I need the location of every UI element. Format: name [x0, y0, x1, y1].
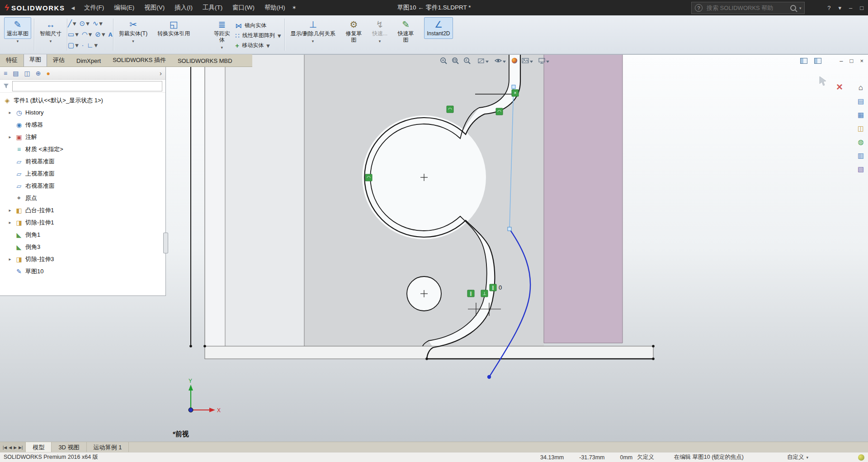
expand-button[interactable]: ▾ [838, 5, 841, 11]
linear-pattern-button[interactable]: 线性草图阵列 [235, 32, 281, 40]
menu-insert[interactable]: 插入(I) [170, 1, 198, 14]
trim-entities-button[interactable]: 剪裁实体(T) [116, 17, 150, 39]
convert-entities-button[interactable]: 转换实体引用 [155, 17, 193, 39]
section-dropdown-icon[interactable] [486, 61, 489, 63]
rectangle-tool-button[interactable] [68, 31, 79, 38]
relation-badge[interactable]: × [512, 90, 519, 96]
tree-item-cut-extrude1[interactable]: 切除-拉伸1 [0, 216, 165, 229]
maximize-button[interactable]: □ [860, 5, 863, 11]
relation-badge[interactable]: ⊥ [481, 290, 488, 297]
spline-endpoint[interactable] [487, 375, 491, 379]
tree-item-front-plane[interactable]: 前视基准面 [0, 155, 165, 167]
tree-item-chamfer3[interactable]: 倒角3 [0, 241, 165, 253]
zoom-to-area-icon[interactable] [453, 58, 458, 64]
tab-features[interactable]: 特征 [0, 54, 24, 67]
exit-sketch-button[interactable]: 退出草图 [4, 17, 31, 39]
relation-badge[interactable]: ∥ [467, 290, 474, 297]
expand-arrow-icon[interactable] [7, 134, 13, 139]
spline-handle-mid[interactable] [508, 227, 511, 231]
feature-tree-tab-icon[interactable] [4, 70, 7, 77]
panel-expand-chevron[interactable]: › [160, 69, 162, 77]
tab-evaluate[interactable]: 评估 [47, 54, 71, 67]
property-manager-tab-icon[interactable] [13, 70, 19, 77]
quick-snaps-button[interactable]: 快速... [369, 17, 390, 39]
menu-edit[interactable]: 编辑(E) [109, 1, 139, 14]
edit-appearance-icon[interactable] [512, 58, 517, 63]
menu-collapse-icon[interactable]: ◀ [71, 5, 75, 10]
tab-addins[interactable]: SOLIDWORKS 插件 [107, 54, 172, 67]
tab-sketch[interactable]: 草图 [24, 53, 47, 67]
slot-tool-button[interactable] [68, 42, 79, 49]
view-palette-icon[interactable] [858, 125, 864, 132]
viewport-restore-button[interactable]: □ [850, 57, 854, 64]
last-tab-button[interactable]: ▶| [19, 445, 23, 450]
panel-splitter-handle[interactable] [163, 233, 168, 253]
tree-item-history[interactable]: History [0, 106, 165, 119]
search-caret-icon[interactable]: ▾ [799, 6, 802, 10]
smart-dimension-dropdown[interactable] [50, 39, 52, 43]
quick-snaps-dropdown[interactable] [379, 39, 381, 43]
configuration-manager-tab-icon[interactable] [24, 70, 30, 77]
circle-tool-button[interactable] [80, 20, 90, 27]
scene-dropdown-icon[interactable] [530, 61, 533, 63]
hide-show-items-icon[interactable] [495, 59, 501, 62]
help-button[interactable]: ? [827, 5, 830, 11]
help-search[interactable]: ? ▾ [691, 2, 805, 14]
ellipse-tool-button[interactable] [95, 31, 105, 38]
exit-sketch-dropdown[interactable] [17, 39, 19, 43]
split-pane-icon[interactable] [800, 58, 807, 64]
viewport-minimize-button[interactable]: – [840, 57, 843, 64]
minimize-button[interactable]: – [849, 5, 852, 11]
prev-tab-button[interactable]: ◀ [9, 445, 12, 450]
relation-badge[interactable]: ◠ [447, 106, 453, 113]
relation-badge[interactable]: ∥ [490, 284, 496, 291]
units-dropdown-icon[interactable]: ▾ [806, 455, 808, 460]
tree-root[interactable]: 零件1 (默认<<默认>_显示状态 1>) [0, 94, 165, 106]
appearances-icon[interactable] [858, 138, 863, 146]
trim-dropdown[interactable] [132, 39, 134, 43]
menu-tools[interactable]: 工具(T) [198, 1, 227, 14]
tree-item-right-plane[interactable]: 右视基准面 [0, 180, 165, 192]
move-entities-button[interactable]: 移动实体 [235, 42, 281, 50]
repair-sketch-button[interactable]: 修复草图 [343, 17, 365, 45]
custom-units-selector[interactable]: 自定义 ▾ [787, 453, 808, 461]
display-delete-relations-button[interactable]: 显示/删除几何关系 [288, 17, 338, 39]
search-icon[interactable] [790, 5, 796, 11]
zoom-to-fit-icon[interactable] [441, 58, 447, 64]
tab-motion-study[interactable]: 运动算例 1 [87, 442, 129, 452]
viewport-close-button[interactable]: × [860, 57, 863, 64]
file-explorer-icon[interactable] [858, 111, 864, 119]
mirror-entities-button[interactable]: 镜向实体 [235, 22, 281, 30]
tree-item-top-plane[interactable]: 上视基准面 [0, 167, 165, 180]
menu-help[interactable]: 帮助(H) [259, 1, 290, 14]
tree-item-cut-extrude3[interactable]: 切除-拉伸3 [0, 253, 165, 265]
rapid-sketch-button[interactable]: 快速草图 [395, 17, 417, 45]
tree-item-sensors[interactable]: 传感器 [0, 119, 165, 131]
arc-tool-button[interactable] [82, 31, 92, 38]
tree-item-annotations[interactable]: 注解 [0, 131, 165, 143]
previous-view-icon[interactable] [464, 58, 470, 64]
offset-dropdown[interactable] [221, 45, 223, 50]
text-tool-button[interactable] [108, 31, 112, 38]
tree-item-boss-extrude1[interactable]: 凸台-拉伸1 [0, 204, 165, 216]
search-input[interactable] [706, 4, 787, 12]
expand-arrow-icon[interactable] [7, 208, 13, 213]
design-library-icon[interactable] [858, 98, 864, 105]
tree-item-sketch10[interactable]: 草图10 [0, 265, 165, 277]
part-faces[interactable] [205, 55, 653, 359]
display-manager-tab-icon[interactable] [46, 70, 50, 77]
dimension-value[interactable]: 0 [499, 284, 502, 291]
point-tool-button[interactable] [82, 42, 84, 49]
menu-window[interactable]: 窗口(W) [227, 1, 259, 14]
smart-dimension-button[interactable]: 智能尺寸 [37, 17, 64, 39]
expand-arrow-icon[interactable] [7, 110, 13, 115]
offset-entities-button[interactable]: 等距实体 [211, 17, 233, 45]
globe-status-icon[interactable] [858, 454, 864, 461]
instant2d-button[interactable]: Instant2D [424, 17, 453, 39]
tab-model[interactable]: 模型 [26, 442, 52, 452]
apply-scene-icon[interactable] [522, 58, 528, 63]
spline-tool-button[interactable] [93, 20, 103, 27]
fillet-tool-button[interactable] [87, 42, 98, 49]
view-settings-dropdown-icon[interactable] [546, 61, 549, 63]
hide-items-dropdown-icon[interactable] [503, 61, 506, 63]
